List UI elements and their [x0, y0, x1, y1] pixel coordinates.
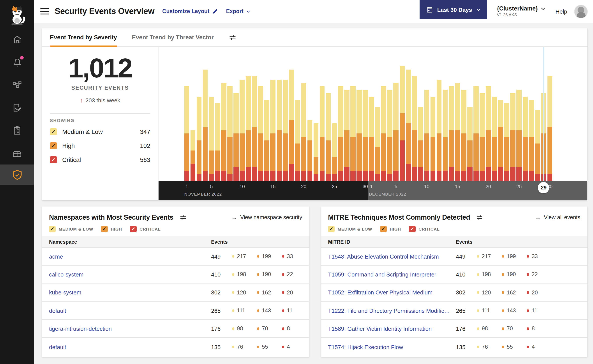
row-name-link[interactable]: default [49, 344, 211, 350]
checkbox-high[interactable]: ✓ [101, 226, 108, 232]
chart-bar-day[interactable] [326, 93, 331, 181]
row-name-link[interactable]: T1548: Abuse Elevation Control Mechanism [328, 253, 456, 260]
checkbox-medium[interactable]: ✓ [49, 226, 56, 232]
checkbox-high[interactable]: ✓ [50, 142, 57, 149]
tab-event-trend-by-severity[interactable]: Event Trend by Severity [50, 28, 117, 47]
chart-bar-day[interactable] [363, 90, 368, 181]
mitre-settings-button[interactable] [476, 214, 483, 221]
chart-bar-day[interactable] [523, 97, 528, 181]
chart-bar-day[interactable] [203, 70, 208, 181]
row-name-link[interactable]: acme [49, 253, 211, 260]
filter-chip-critical[interactable]: ✓CRITICAL [130, 226, 161, 232]
chart-bar-day[interactable] [258, 86, 263, 181]
chart-bar-day[interactable] [437, 80, 442, 181]
chart-bar-day[interactable] [486, 86, 491, 181]
chart-bar-day[interactable] [504, 103, 509, 181]
view-namespace-security-link[interactable]: → View namespace security [232, 214, 302, 221]
chart-bar-day[interactable] [307, 120, 313, 181]
checkbox-critical[interactable]: ✓ [409, 226, 415, 232]
chart-bar-day[interactable] [449, 86, 454, 181]
row-name-link[interactable]: kube-system [49, 289, 211, 296]
chart-bar-day[interactable] [547, 76, 552, 181]
chart-bar-day[interactable] [252, 76, 257, 181]
chart-bar-day[interactable] [350, 86, 355, 181]
chart-bar-day[interactable] [240, 80, 245, 181]
chart-bar-day[interactable] [283, 80, 288, 181]
chart-bar-day[interactable] [332, 123, 337, 181]
chart-bar-day[interactable] [412, 76, 417, 181]
filter-chip-medium[interactable]: ✓MEDIUM & LOW [328, 226, 372, 232]
chart-bar-day[interactable] [381, 86, 386, 181]
row-name-link[interactable]: T1574: Hijack Execution Flow [328, 344, 456, 350]
checkbox-critical[interactable]: ✓ [130, 226, 136, 232]
chart-bar-day[interactable] [529, 100, 534, 181]
row-name-link[interactable]: T1052: Exfiltration Over Physical Medium [328, 289, 456, 296]
current-day-badge[interactable]: 29 [538, 182, 549, 193]
chart-bar-day[interactable] [461, 90, 466, 181]
row-name-link[interactable]: T1059: Command and Scripting Interpreter [328, 271, 456, 278]
chart-bar-day[interactable] [197, 97, 202, 181]
filter-chip-high[interactable]: ✓HIGH [380, 226, 401, 232]
chart-bar-day[interactable] [473, 86, 479, 181]
chart-bar-day[interactable] [492, 97, 497, 181]
chart-bar-day[interactable] [480, 93, 485, 181]
chart-bar-day[interactable] [357, 90, 361, 181]
chart-bar-day[interactable] [424, 90, 429, 181]
export-button[interactable]: Export [226, 8, 251, 14]
sidebar-item-home[interactable] [0, 28, 34, 51]
chart-bar-day[interactable] [264, 100, 269, 181]
sidebar-item-policies[interactable] [0, 96, 34, 119]
chart-bar-day[interactable] [270, 80, 275, 181]
help-link[interactable]: Help [556, 8, 567, 15]
filter-chip-critical[interactable]: ✓CRITICAL [409, 226, 440, 232]
checkbox-high[interactable]: ✓ [380, 226, 387, 232]
chart-bar-day[interactable] [535, 110, 540, 181]
chart-bar-day[interactable] [209, 97, 214, 181]
checkbox-critical[interactable]: ✓ [50, 156, 57, 163]
chart-bar-day[interactable] [338, 86, 343, 181]
chart-bar-day[interactable] [467, 107, 472, 181]
sidebar-item-alerts[interactable] [0, 51, 34, 73]
chart-bar-day[interactable] [344, 90, 349, 181]
row-name-link[interactable]: calico-system [49, 271, 211, 278]
chart-bar-day[interactable] [295, 100, 300, 181]
filter-chip-high[interactable]: ✓HIGH [101, 226, 122, 232]
sidebar-item-security-events[interactable] [0, 164, 34, 185]
chart-bar-day[interactable] [215, 103, 220, 181]
chart-bar-day[interactable] [418, 107, 423, 181]
chart-bar-day[interactable] [393, 83, 399, 181]
calico-cat-logo[interactable] [0, 0, 34, 28]
cluster-selector[interactable]: {ClusterName} V1.26 AKS [497, 5, 546, 18]
chart-bar-day[interactable] [369, 97, 374, 181]
date-range-button[interactable]: Last 30 Days [420, 0, 487, 19]
chart-bar-day[interactable] [406, 70, 411, 181]
chart-bar-day[interactable] [400, 66, 405, 181]
chart-bar-day[interactable] [301, 83, 306, 181]
legend-row-medium[interactable]: ✓Medium & Low347 [50, 125, 150, 139]
chart-bar-day[interactable] [498, 100, 503, 181]
chart-bar-day[interactable] [443, 90, 448, 181]
chart-bar-day[interactable] [431, 97, 436, 181]
row-name-link[interactable]: T1222: File and Directory Permissions Mo… [328, 307, 456, 314]
legend-row-critical[interactable]: ✓Critical563 [50, 153, 150, 167]
row-name-link[interactable]: tigera-intrusion-detection [49, 325, 211, 332]
chart-bar-day[interactable] [455, 83, 460, 181]
checkbox-medium[interactable]: ✓ [328, 226, 335, 232]
chart-bar-day[interactable] [221, 83, 226, 181]
view-all-events-link[interactable]: → View all events [535, 214, 580, 221]
tab-event-trend-by-threat-vector[interactable]: Event Trend by Threat Vector [132, 28, 214, 47]
chart-bar-day[interactable] [227, 86, 232, 181]
user-avatar[interactable] [574, 5, 588, 18]
chart-bar-day[interactable] [313, 123, 319, 181]
chart-bar-day[interactable] [375, 107, 380, 181]
sidebar-item-compliance-reports[interactable] [0, 119, 34, 142]
legend-row-high[interactable]: ✓High102 [50, 139, 150, 153]
namespaces-settings-button[interactable] [180, 214, 187, 221]
row-name-link[interactable]: default [49, 307, 211, 314]
chart-settings-button[interactable] [229, 33, 236, 41]
checkbox-medium[interactable]: ✓ [50, 128, 57, 135]
chart-bar-day[interactable] [246, 76, 251, 181]
hamburger-menu-button[interactable] [40, 7, 49, 16]
chart-bar-day[interactable] [320, 86, 325, 181]
chart-bar-day[interactable] [517, 90, 522, 181]
